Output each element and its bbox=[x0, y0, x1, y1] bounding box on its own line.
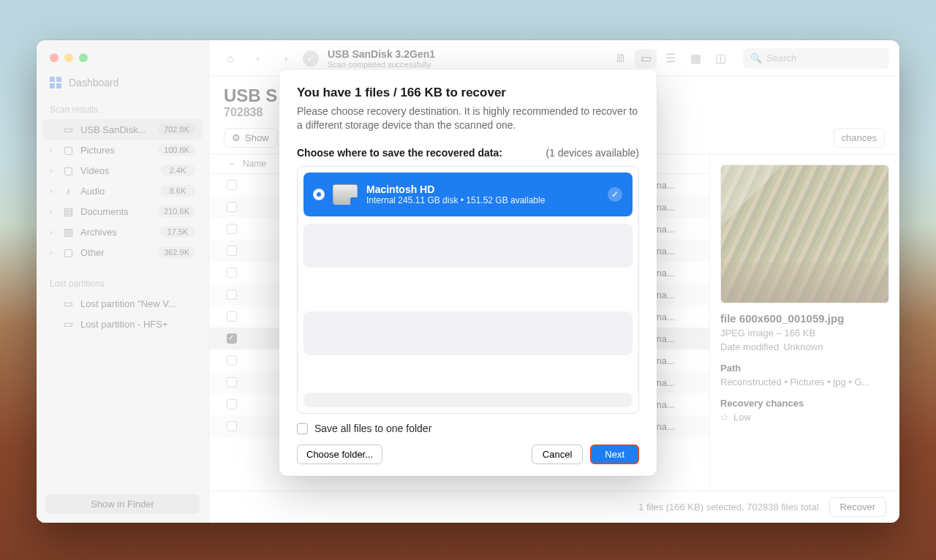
back-button[interactable]: ‹ bbox=[247, 48, 269, 69]
chevron-icon: › bbox=[50, 227, 56, 236]
row-chance: ma... bbox=[654, 311, 698, 322]
row-checkbox[interactable] bbox=[221, 311, 243, 322]
row-chance: ma... bbox=[654, 290, 698, 300]
row-checkbox[interactable] bbox=[221, 421, 243, 431]
filter-icon: ⚙ bbox=[232, 132, 241, 143]
close-window-button[interactable] bbox=[50, 53, 58, 62]
sidebar-item-label: Lost partition "New V... bbox=[80, 298, 195, 309]
save-all-label: Save all files to one folder bbox=[314, 423, 431, 434]
row-checkbox[interactable] bbox=[221, 202, 243, 212]
chevron-icon: › bbox=[50, 207, 56, 216]
row-checkbox[interactable] bbox=[221, 224, 243, 234]
window-controls bbox=[37, 40, 208, 71]
chevron-icon: › bbox=[50, 145, 56, 154]
minimize-window-button[interactable] bbox=[64, 53, 73, 62]
preview-panel: file 600x600_001059.jpg JPEG image – 166… bbox=[709, 154, 899, 491]
row-checkbox[interactable] bbox=[221, 268, 243, 278]
recover-button[interactable]: Recover bbox=[829, 497, 886, 517]
device-placeholder bbox=[303, 224, 633, 268]
sidebar-item-pictures[interactable]: › ▢ Pictures 100.8K bbox=[42, 140, 203, 160]
sidebar-item-lost-partition-2[interactable]: ▭ Lost partition - HFS+ bbox=[42, 314, 203, 334]
choose-folder-button[interactable]: Choose folder... bbox=[297, 444, 382, 464]
next-button[interactable]: Next bbox=[590, 444, 639, 464]
view-folder-button[interactable]: ▭ bbox=[635, 49, 657, 68]
dashboard-label: Dashboard bbox=[69, 77, 119, 88]
row-checkbox[interactable] bbox=[221, 246, 243, 256]
recovery-chances-filter[interactable]: chances bbox=[834, 128, 885, 148]
device-macintosh-hd[interactable]: Macintosh HD Internal 245.11 GB disk • 1… bbox=[303, 173, 633, 216]
page-title: USB S bbox=[224, 86, 277, 106]
other-icon: ▢ bbox=[61, 246, 75, 258]
documents-icon: ▤ bbox=[61, 205, 75, 217]
drive-icon: ▭ bbox=[61, 298, 75, 309]
row-chance: ma... bbox=[654, 268, 698, 279]
row-chance: ma... bbox=[654, 377, 698, 388]
selection-status: 1 files (166 KB) selected, 702838 files … bbox=[638, 502, 818, 512]
page-subtitle: 702838 bbox=[224, 106, 277, 119]
audio-icon: ♪ bbox=[61, 185, 75, 197]
chevron-icon: › bbox=[50, 166, 56, 175]
sidebar-item-archives[interactable]: › ▥ Archives 17.5K bbox=[42, 222, 203, 242]
view-columns-button[interactable]: ◫ bbox=[709, 49, 731, 68]
save-all-checkbox[interactable]: Save all files to one folder bbox=[297, 423, 639, 434]
sidebar-item-videos[interactable]: › ▢ Videos 2.4K bbox=[42, 160, 203, 181]
check-icon: ✓ bbox=[608, 187, 622, 202]
device-placeholder bbox=[303, 311, 633, 355]
disk-icon bbox=[333, 184, 358, 205]
radio-icon bbox=[314, 189, 324, 200]
sidebar-item-label: Documents bbox=[80, 206, 152, 217]
row-chance: ma... bbox=[654, 202, 698, 213]
devices-available: (1 devices available) bbox=[546, 147, 639, 159]
new-file-button[interactable]: 🗎 bbox=[610, 49, 632, 68]
zoom-window-button[interactable] bbox=[79, 53, 88, 62]
view-grid-button[interactable]: ▦ bbox=[684, 49, 706, 68]
device-name: Macintosh HD bbox=[366, 183, 545, 195]
sidebar-item-other[interactable]: › ▢ Other 362.9K bbox=[42, 242, 203, 262]
sidebar-item-label: Audio bbox=[80, 186, 154, 197]
dashboard-link[interactable]: Dashboard bbox=[37, 71, 208, 99]
pictures-icon: ▢ bbox=[61, 144, 75, 156]
videos-icon: ▢ bbox=[61, 164, 75, 176]
sidebar-item-count: 8.6K bbox=[160, 185, 195, 197]
sidebar-item-count: 702.8K bbox=[158, 124, 195, 135]
cancel-button[interactable]: Cancel bbox=[532, 444, 583, 464]
sidebar: Dashboard Scan results ▭ USB SanDisk... … bbox=[37, 40, 209, 523]
row-checkbox[interactable] bbox=[221, 290, 243, 300]
sidebar-item-label: Pictures bbox=[80, 145, 152, 156]
sidebar-item-usb-sandisk[interactable]: ▭ USB SanDisk... 702.8K bbox=[42, 119, 203, 140]
preview-chances-label: Recovery chances bbox=[720, 398, 889, 409]
app-window: Dashboard Scan results ▭ USB SanDisk... … bbox=[37, 40, 899, 523]
sidebar-item-count: 2.4K bbox=[160, 164, 195, 176]
sidebar-item-label: USB SanDisk... bbox=[80, 124, 152, 135]
row-chance: ma... bbox=[654, 333, 698, 344]
row-checkbox[interactable] bbox=[221, 377, 243, 387]
modal-title: You have 1 files / 166 KB to recover bbox=[297, 86, 639, 100]
device-detail: Internal 245.11 GB disk • 151.52 GB avai… bbox=[366, 195, 545, 205]
sidebar-item-lost-partition-1[interactable]: ▭ Lost partition "New V... bbox=[42, 293, 203, 314]
show-filter[interactable]: ⚙Show bbox=[224, 128, 277, 148]
preview-kind: JPEG image – 166 KB bbox=[720, 328, 815, 338]
row-checkbox[interactable] bbox=[221, 333, 243, 344]
drive-icon: ▭ bbox=[61, 318, 75, 330]
view-list-button[interactable]: ☰ bbox=[660, 49, 682, 68]
search-input[interactable]: 🔍 Search bbox=[743, 48, 889, 69]
forward-button[interactable]: › bbox=[275, 48, 297, 69]
toolbar-title: USB SanDisk 3.2Gen1 bbox=[328, 48, 435, 60]
sidebar-item-audio[interactable]: › ♪ Audio 8.6K bbox=[42, 181, 203, 201]
row-chance: ma... bbox=[654, 421, 698, 432]
scan-status-icon: ✓ bbox=[303, 50, 319, 67]
row-checkbox[interactable] bbox=[221, 399, 243, 409]
preview-date-label: Date modified bbox=[720, 341, 779, 352]
section-lost-partitions: Lost partitions bbox=[37, 273, 208, 293]
footer: 1 files (166 KB) selected, 702838 files … bbox=[209, 491, 899, 523]
sidebar-item-documents[interactable]: › ▤ Documents 210.6K bbox=[42, 201, 203, 222]
select-all-checkbox[interactable]: − bbox=[221, 159, 243, 169]
row-checkbox[interactable] bbox=[221, 180, 243, 190]
drive-icon: ▭ bbox=[61, 124, 75, 135]
row-checkbox[interactable] bbox=[221, 355, 243, 366]
show-in-finder-button[interactable]: Show in Finder bbox=[45, 494, 200, 514]
preview-thumb bbox=[720, 164, 889, 303]
sidebar-item-label: Lost partition - HFS+ bbox=[80, 319, 195, 330]
checkbox-icon bbox=[297, 423, 308, 434]
home-button[interactable]: ⌂ bbox=[219, 48, 241, 69]
